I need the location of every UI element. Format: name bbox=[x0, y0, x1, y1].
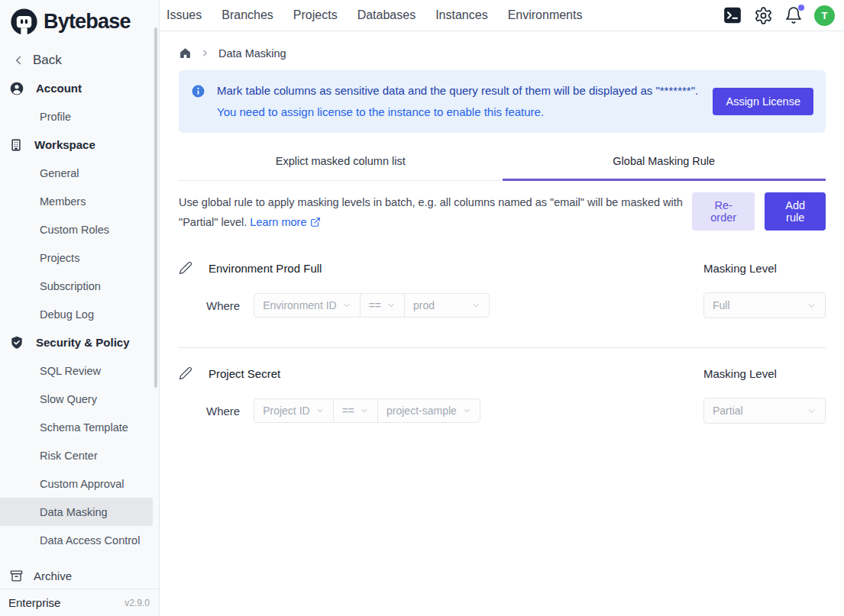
bytebase-mascot-icon bbox=[10, 8, 38, 36]
chevron-down-icon bbox=[807, 406, 817, 416]
masking-rule-card: Project Secret Masking Level Where Proje… bbox=[179, 366, 826, 424]
where-label: Where bbox=[206, 299, 240, 312]
condition-factor-value: Environment ID bbox=[263, 299, 336, 311]
external-link-icon bbox=[310, 217, 321, 227]
condition-factor-select[interactable]: Environment ID bbox=[254, 294, 360, 317]
sidebar-item-projects[interactable]: Projects bbox=[0, 243, 153, 272]
edit-pencil-icon[interactable] bbox=[179, 261, 192, 275]
nav-issues[interactable]: Issues bbox=[167, 8, 202, 22]
banner-text: Mark table columns as sensitive data and… bbox=[217, 80, 698, 123]
archive-icon bbox=[9, 569, 24, 583]
rule-condition-row: Where Project ID == project-sample bbox=[179, 398, 826, 424]
sidebar-item-members[interactable]: Members bbox=[0, 187, 153, 215]
chevron-down-icon bbox=[360, 406, 369, 415]
settings-gear-icon[interactable] bbox=[754, 6, 773, 25]
sidebar-item-data-masking[interactable]: Data Masking bbox=[0, 498, 153, 526]
notifications-bell-icon[interactable] bbox=[784, 6, 803, 24]
sidebar: Bytebase Back AccountProfileWorkspaceGen… bbox=[0, 0, 160, 616]
sidebar-item-profile[interactable]: Profile bbox=[0, 102, 153, 131]
sidebar-item-archive[interactable]: Archive bbox=[0, 563, 158, 589]
chevron-down-icon bbox=[315, 406, 325, 415]
license-info-banner: Mark table columns as sensitive data and… bbox=[179, 70, 826, 133]
nav-branches[interactable]: Branches bbox=[222, 8, 273, 22]
sidebar-item-sql-review[interactable]: SQL Review bbox=[0, 356, 153, 385]
plan-label: Enterprise bbox=[8, 596, 60, 609]
sidebar-section-label: Account bbox=[36, 82, 82, 95]
nav-instances[interactable]: Instances bbox=[435, 8, 487, 22]
masking-level-value: Partial bbox=[713, 405, 743, 417]
tab-explict-masked-column-list[interactable]: Explict masked column list bbox=[179, 146, 503, 181]
building-icon bbox=[9, 138, 23, 152]
sidebar-section-security-policy: Security & Policy bbox=[0, 328, 159, 356]
sidebar-item-audit-log[interactable]: Audit Log bbox=[0, 554, 153, 561]
masking-level-select[interactable]: Partial bbox=[703, 398, 826, 424]
condition-value-select[interactable]: project-sample bbox=[378, 399, 480, 422]
nav-environments[interactable]: Environments bbox=[508, 8, 583, 22]
sidebar-item-slow-query[interactable]: Slow Query bbox=[0, 385, 153, 413]
chevron-left-icon bbox=[11, 53, 25, 67]
rule-title-row: Environment Prod Full Masking Level bbox=[179, 261, 826, 275]
where-label: Where bbox=[206, 405, 240, 418]
rules-description: Use global rule to apply masking levels … bbox=[179, 192, 692, 232]
condition-operator-value: == bbox=[342, 405, 354, 417]
back-button[interactable]: Back bbox=[0, 46, 159, 74]
main-content: Data Masking Mark table columns as sensi… bbox=[160, 31, 844, 616]
edit-pencil-icon[interactable] bbox=[179, 366, 192, 380]
tab-global-masking-rule[interactable]: Global Masking Rule bbox=[503, 146, 826, 181]
sidebar-item-schema-template[interactable]: Schema Template bbox=[0, 413, 153, 441]
sidebar-item-general[interactable]: General bbox=[0, 159, 153, 187]
sidebar-section-label: Security & Policy bbox=[36, 336, 130, 349]
rule-title-row: Project Secret Masking Level bbox=[179, 366, 826, 380]
tabs: Explict masked column list Global Maskin… bbox=[179, 146, 826, 181]
chevron-down-icon bbox=[471, 301, 480, 310]
user-icon bbox=[9, 81, 24, 96]
user-avatar[interactable]: T bbox=[814, 5, 835, 26]
nav-links: IssuesBranchesProjectsDatabasesInstances… bbox=[167, 8, 582, 22]
assign-license-button[interactable]: Assign License bbox=[713, 88, 813, 115]
sidebar-item-debug-log[interactable]: Debug Log bbox=[0, 300, 153, 328]
bytebase-logo[interactable]: Bytebase bbox=[0, 0, 159, 43]
sidebar-section-label: Workspace bbox=[34, 138, 95, 151]
notification-dot bbox=[798, 5, 804, 11]
sidebar-item-data-access-control[interactable]: Data Access Control bbox=[0, 526, 153, 554]
sidebar-scrollbar[interactable] bbox=[154, 27, 157, 388]
sql-editor-terminal-icon[interactable] bbox=[723, 5, 742, 25]
masking-level-label: Masking Level bbox=[703, 367, 826, 380]
sidebar-section-workspace: Workspace bbox=[0, 131, 159, 159]
condition-operator-value: == bbox=[369, 299, 381, 311]
sidebar-item-subscription[interactable]: Subscription bbox=[0, 272, 153, 300]
shield-check-icon bbox=[9, 335, 24, 350]
condition-value: prod bbox=[413, 299, 435, 311]
app-window: Bytebase Back AccountProfileWorkspaceGen… bbox=[0, 0, 844, 616]
chevron-down-icon bbox=[342, 301, 351, 310]
condition-operator-select[interactable]: == bbox=[334, 399, 378, 422]
learn-more-label: Learn more bbox=[250, 216, 306, 228]
condition-factor-select[interactable]: Project ID bbox=[254, 399, 333, 422]
home-icon[interactable] bbox=[179, 47, 192, 60]
sidebar-item-custom-roles[interactable]: Custom Roles bbox=[0, 215, 153, 243]
top-icons: T bbox=[723, 5, 835, 26]
condition-operator-select[interactable]: == bbox=[361, 294, 405, 317]
rule-divider bbox=[179, 347, 826, 348]
sidebar-item-custom-approval[interactable]: Custom Approval bbox=[0, 469, 153, 498]
rule-title: Environment Prod Full bbox=[209, 262, 322, 275]
back-label: Back bbox=[33, 53, 62, 68]
masking-level-select[interactable]: Full bbox=[703, 292, 826, 318]
rules-actions: Re-order Add rule bbox=[692, 192, 826, 231]
reorder-button[interactable]: Re-order bbox=[692, 192, 755, 231]
add-rule-button[interactable]: Add rule bbox=[765, 192, 826, 231]
condition-factor-value: Project ID bbox=[263, 405, 309, 417]
sidebar-item-risk-center[interactable]: Risk Center bbox=[0, 441, 153, 469]
rule-title: Project Secret bbox=[209, 367, 280, 380]
masking-level-value: Full bbox=[713, 299, 730, 311]
masking-rule-card: Environment Prod Full Masking Level Wher… bbox=[179, 261, 826, 318]
version-label: v2.9.0 bbox=[124, 598, 150, 608]
banner-line-1: Mark table columns as sensitive data and… bbox=[217, 80, 698, 102]
condition-value-select[interactable]: prod bbox=[405, 294, 489, 317]
nav-databases[interactable]: Databases bbox=[357, 8, 416, 22]
learn-more-link[interactable]: Learn more bbox=[250, 216, 320, 228]
chevron-right-icon bbox=[200, 48, 210, 58]
condition-group: Project ID == project-sample bbox=[254, 398, 480, 423]
nav-projects[interactable]: Projects bbox=[293, 8, 338, 22]
archive-label: Archive bbox=[34, 569, 72, 582]
